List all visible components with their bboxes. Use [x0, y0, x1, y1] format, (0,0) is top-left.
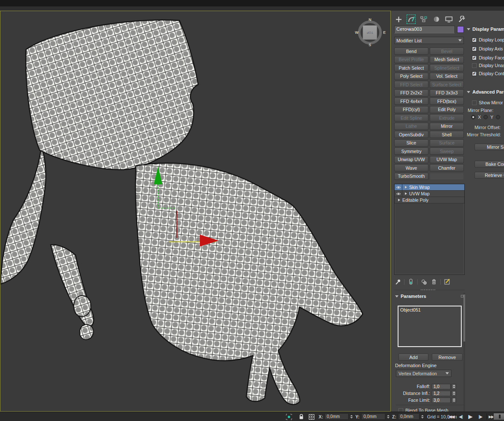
display-axis-checkbox[interactable]: ✔ Display Axis	[472, 46, 503, 51]
spinner-arrows[interactable]	[451, 391, 456, 396]
distance-infl-field[interactable]: 1,2	[432, 391, 451, 396]
hierarchy-tab-icon[interactable]	[419, 15, 428, 24]
modifier-button-symmetry[interactable]: Symmetry	[394, 147, 428, 155]
modifier-button-edit-poly[interactable]: Edit Poly	[430, 106, 464, 113]
deformation-engine-dropdown[interactable]: Vertex Deformation	[396, 370, 451, 377]
modifier-button-shell[interactable]: Shell	[430, 131, 464, 138]
face-limit-field[interactable]: 3,0	[432, 397, 451, 403]
stack-item-editable-poly[interactable]: Editable Poly	[395, 197, 464, 203]
motion-tab-icon[interactable]	[432, 15, 441, 24]
remove-button[interactable]: Remove	[432, 353, 463, 361]
display-parameters-rollout-header[interactable]: Display Parame	[467, 26, 504, 32]
add-button[interactable]: Add	[399, 353, 428, 361]
next-frame-button[interactable]: ||▶	[476, 413, 484, 420]
object-name-field[interactable]: Сеточка003	[394, 26, 455, 33]
pin-stack-icon[interactable]	[394, 278, 401, 285]
display-control-checkbox[interactable]: ✔ Display Contro	[472, 71, 504, 76]
modifier-button-opensubdiv[interactable]: OpenSubdiv	[394, 131, 428, 138]
modifier-button-ffd-cyl[interactable]: FFD(cyl)	[394, 106, 428, 113]
bake-control-button[interactable]: Bake Contro	[475, 161, 504, 168]
stack-item-uvw-map[interactable]: UVW Map	[395, 191, 464, 197]
modifier-list-dropdown[interactable]: Modifier List	[394, 37, 464, 44]
show-end-result-icon[interactable]	[407, 278, 414, 285]
divider	[440, 279, 441, 285]
mirror-offset-label: Mirror Offset:	[475, 125, 501, 130]
modifier-stack[interactable]: Skin Wrap UVW Map Editable Poly	[394, 184, 465, 275]
blend-to-base-mesh-checkbox[interactable]: Blend To Base Mesh	[399, 408, 448, 412]
modifier-button-vol-select[interactable]: Vol. Select	[430, 73, 464, 80]
skin-wrap-object-list[interactable]: Object051	[398, 306, 462, 347]
modifier-button-ffd-3x3x3[interactable]: FFD 3x3x3	[430, 89, 464, 97]
expand-arrow-icon[interactable]	[405, 192, 407, 195]
modifier-button-ffd-box[interactable]: FFD(box)	[430, 97, 464, 105]
modifier-button-mirror[interactable]: Mirror	[430, 123, 464, 130]
modifier-button-chamfer[interactable]: Chamfer	[430, 164, 464, 171]
spinner-arrows[interactable]	[386, 413, 390, 420]
visibility-eye-icon[interactable]	[395, 184, 402, 190]
utilities-tab-icon[interactable]	[457, 15, 466, 24]
modify-tab-icon[interactable]	[407, 15, 416, 24]
transform-gizmo-toggle-icon[interactable]	[308, 413, 315, 420]
make-unique-icon[interactable]	[421, 278, 428, 285]
checkbox-box[interactable]	[399, 408, 403, 412]
object-color-swatch[interactable]	[457, 26, 464, 33]
configure-modifier-sets-icon[interactable]	[444, 278, 451, 285]
modifier-button-turbosmooth[interactable]: TurboSmooth	[394, 173, 428, 180]
display-loops-checkbox[interactable]: ✔ Display Loops	[472, 37, 504, 42]
mesh-canvas[interactable]	[0, 11, 390, 411]
panel-scrollbar[interactable]	[463, 293, 465, 412]
x-coord-field[interactable]: 0,0mm	[325, 413, 349, 420]
radio-x[interactable]	[471, 115, 475, 119]
parameters-rollout-header[interactable]: Parameters	[395, 294, 463, 299]
modifier-button-ffd-2x2x2[interactable]: FFD 2x2x2	[394, 89, 428, 97]
spinner-arrows[interactable]	[451, 397, 456, 403]
display-tab-icon[interactable]	[445, 15, 453, 24]
spinner-arrows[interactable]	[451, 384, 456, 389]
advanced-parameters-rollout-header[interactable]: Advanced Para	[467, 89, 504, 94]
modifier-button-patch-select[interactable]: Patch Select	[394, 64, 428, 71]
modifier-button-wave[interactable]: Wave	[394, 164, 428, 171]
expand-arrow-icon[interactable]	[398, 199, 400, 201]
y-coord-field[interactable]: 0,0mm	[361, 413, 385, 420]
radio-y[interactable]	[483, 115, 488, 119]
modifier-button-poly-select[interactable]: Poly Select	[394, 73, 428, 80]
modifier-button-mesh-select[interactable]: Mesh Select	[430, 56, 464, 63]
modifier-button-slice[interactable]: Slice	[394, 139, 428, 147]
stack-item-skin-wrap[interactable]: Skin Wrap	[395, 184, 464, 191]
spinner-arrows[interactable]	[349, 413, 353, 420]
compass-south[interactable]: S	[369, 43, 371, 47]
display-unassigned-checkbox[interactable]: Display Unass	[472, 63, 504, 68]
retrieve-control-button[interactable]: Retrieve Con	[475, 172, 504, 179]
go-to-start-button[interactable]: |◀◀	[447, 413, 455, 420]
modifier-button-unwrap-uvw[interactable]: Unwrap UVW	[394, 156, 428, 163]
viewcube[interactable]: N E S W TOP	[356, 19, 384, 46]
modifier-button-ffd-4x4x4[interactable]: FFD 4x4x4	[394, 97, 428, 105]
modifier-button-bend[interactable]: Bend	[394, 47, 428, 55]
list-item[interactable]: Object051	[400, 307, 421, 312]
create-tab-icon[interactable]	[394, 15, 403, 24]
scrollbar-thumb[interactable]	[463, 294, 465, 342]
radio-z[interactable]	[496, 115, 500, 119]
compass-east[interactable]: E	[383, 30, 386, 35]
selection-region-icon[interactable]	[285, 413, 292, 420]
previous-frame-button[interactable]: ◀||	[457, 413, 465, 420]
show-mirror-data-checkbox[interactable]: Show Mirror D	[472, 100, 504, 105]
viewport-top[interactable]: N E S W TOP	[0, 11, 391, 412]
visibility-eye-icon[interactable]	[395, 191, 402, 197]
compass-north[interactable]: N	[369, 18, 372, 22]
expand-arrow-icon[interactable]	[405, 186, 407, 188]
compass-west[interactable]: W	[355, 30, 359, 35]
lock-selection-icon[interactable]	[298, 413, 305, 420]
play-button[interactable]: ▶	[466, 413, 475, 420]
modifier-button-uvw-map[interactable]: UVW Map	[430, 156, 464, 163]
spinner-arrows[interactable]	[420, 413, 424, 420]
mirror-selected-button[interactable]: Mirror Sele	[475, 144, 504, 150]
falloff-field[interactable]: 1,0	[432, 384, 451, 389]
y-coord-label: Y:	[355, 414, 360, 419]
z-coord-field[interactable]: 0,0mm	[398, 413, 419, 420]
mesh-piece-lower[interactable]	[135, 163, 363, 405]
display-face-limit-checkbox[interactable]: ✔ Display Face L	[472, 55, 504, 60]
key-mode-toggle-button[interactable]	[493, 413, 504, 420]
remove-modifier-icon[interactable]	[431, 278, 437, 285]
viewcube-top-face[interactable]: TOP	[363, 25, 377, 40]
